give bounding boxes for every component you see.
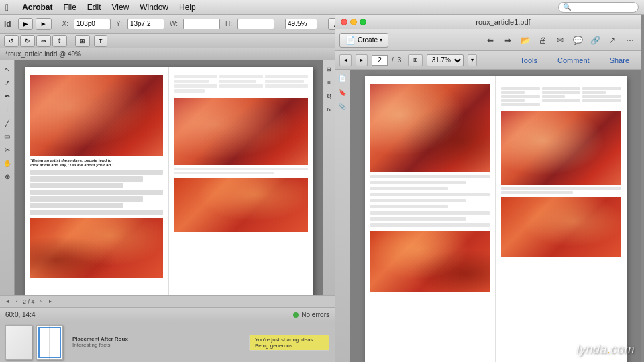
tab-tools[interactable]: Tools — [512, 53, 545, 68]
id-tool-select[interactable]: ▶ — [18, 18, 33, 30]
hand-tool[interactable]: ✋ — [1, 157, 13, 169]
create-button[interactable]: 📄 Create ▾ — [339, 33, 388, 48]
close-button[interactable] — [341, 19, 347, 25]
fit-width-btn[interactable]: ⊞ — [408, 54, 423, 66]
acrobat-window: roux_article1.pdf 📄 Create ▾ ⬅ ➡ 📂 🖨 ✉ 💬… — [335, 15, 641, 362]
minimize-button[interactable] — [350, 19, 357, 25]
back-btn[interactable]: ⬅ — [483, 33, 498, 48]
acrobat-canvas[interactable] — [350, 70, 641, 362]
rotate-cw-btn[interactable]: ↻ — [20, 35, 35, 47]
acrobat-spread — [365, 76, 627, 362]
next-spread-btn[interactable]: ▸ — [47, 298, 54, 305]
fwd-btn[interactable]: ➡ — [500, 33, 515, 48]
tab-comment[interactable]: Comment — [549, 53, 598, 68]
thumbnail-page-1[interactable] — [5, 325, 32, 360]
h-field[interactable] — [237, 19, 274, 29]
flip-h-btn[interactable]: ⇔ — [36, 35, 51, 47]
type-tool[interactable]: T — [1, 103, 13, 115]
more-btn[interactable]: ⋯ — [623, 33, 637, 48]
menu-file[interactable]: File — [63, 3, 76, 12]
links-icon[interactable]: ⛓ — [323, 90, 335, 102]
w-field[interactable] — [183, 19, 220, 29]
acrobat-left-panel: 📄 🔖 📎 — [335, 70, 350, 362]
apple-menu[interactable]:  — [5, 2, 9, 13]
atl4 — [370, 193, 490, 196]
spotlight-search[interactable]: 🔍 — [558, 2, 639, 13]
art2 — [501, 191, 573, 194]
page-number-input[interactable] — [372, 55, 388, 66]
y-label: Y: — [116, 20, 122, 27]
scissors-tool[interactable]: ✂ — [1, 143, 13, 156]
atl7 — [370, 211, 490, 215]
id-canvas[interactable]: "Being an artist these days, people tend… — [15, 60, 323, 295]
x-field[interactable] — [74, 19, 111, 29]
menu-help[interactable]: Help — [179, 3, 196, 12]
zoom-tool[interactable]: ⊕ — [1, 170, 13, 182]
position-display: 60:0, 14:4 — [5, 311, 35, 318]
acrobat-art-image-bottom — [370, 231, 490, 292]
text-line-6 — [30, 203, 123, 208]
prev-page-btn-acrobat[interactable]: ◂ — [339, 54, 352, 66]
total-pages: 3 — [398, 56, 402, 64]
col2-line3 — [219, 84, 262, 88]
text-line-1 — [30, 170, 163, 175]
acl4 — [501, 99, 525, 102]
link-btn[interactable]: 🔗 — [588, 33, 602, 48]
y-field[interactable] — [127, 19, 164, 29]
prev-page-btn[interactable]: ‹ — [13, 298, 20, 305]
layers-icon[interactable]: ≡ — [323, 76, 335, 88]
zoom-dropdown-btn[interactable]: ▾ — [468, 54, 477, 66]
text-line-2 — [30, 176, 143, 182]
rect-tool[interactable]: ▭ — [1, 130, 13, 142]
print-btn[interactable]: 🖨 — [535, 33, 550, 48]
acrobat-pages-icon[interactable]: 📄 — [337, 72, 349, 84]
id-tool-direct[interactable]: ► — [36, 18, 52, 30]
pages-panel-icon[interactable]: ⊞ — [323, 63, 335, 75]
text-frame-btn[interactable]: T — [94, 35, 107, 47]
id-document-tab[interactable]: *roux_article.indd @ 49% — [0, 48, 335, 60]
mac-menubar:  Acrobat File Edit View Window Help 🔍 — [0, 0, 644, 15]
atl9 — [370, 223, 490, 227]
acl5 — [501, 103, 540, 106]
col2-line1 — [219, 75, 262, 78]
more-text — [174, 168, 308, 174]
acl12 — [582, 95, 621, 98]
next-page-btn-acrobat[interactable]: ▸ — [356, 54, 368, 66]
email-btn[interactable]: ✉ — [553, 33, 568, 48]
menu-acrobat[interactable]: Acrobat — [22, 3, 52, 12]
flip-v-btn[interactable]: ⇕ — [52, 35, 67, 47]
acrobat-attach-icon[interactable]: 📎 — [337, 101, 349, 113]
atl6 — [370, 205, 448, 208]
menu-edit[interactable]: Edit — [87, 3, 101, 12]
id-toolbox: ↖ ↗ ✒ T ╱ ▭ ✂ ✋ ⊕ — [0, 60, 15, 295]
prev-spread-btn[interactable]: ◂ — [4, 298, 11, 305]
pen-tool[interactable]: ✒ — [1, 90, 13, 102]
effects-icon[interactable]: fx — [323, 103, 335, 115]
acrobat-bookmark-icon[interactable]: 🔖 — [337, 86, 349, 99]
line-tool[interactable]: ╱ — [1, 117, 13, 129]
thumbnail-page-2[interactable] — [36, 325, 63, 360]
align-left-btn[interactable]: ⊞ — [75, 35, 90, 47]
id-toolbar-row1: Id ▶ ► X: Y: W: H: Advanced ▾ — [0, 15, 335, 34]
zoom-select[interactable]: 31.7% 50% 75% 100% — [427, 54, 464, 66]
search-icon: 🔍 — [563, 3, 571, 11]
menu-view[interactable]: View — [112, 3, 129, 12]
share2-btn[interactable]: ↗ — [605, 33, 620, 48]
zoom-field[interactable] — [285, 19, 317, 29]
id-page-spread: "Being an artist these days, people tend… — [25, 67, 313, 295]
menu-window[interactable]: Window — [140, 3, 168, 12]
acrobat-pdf-page — [365, 76, 627, 362]
tooltip-box: You're just sharing ideas. Being generou… — [249, 335, 329, 351]
selection-tool[interactable]: ↖ — [1, 63, 13, 75]
image-overlay-bottom — [174, 178, 308, 232]
review-btn[interactable]: 💬 — [570, 33, 585, 48]
maximize-button[interactable] — [360, 19, 366, 25]
open-btn[interactable]: 📂 — [518, 33, 533, 48]
id-content-area: ↖ ↗ ✒ T ╱ ▭ ✂ ✋ ⊕ "Bei — [0, 60, 335, 295]
acrobat-right-overlay — [501, 111, 621, 185]
tab-share[interactable]: Share — [602, 53, 637, 68]
direct-selection-tool[interactable]: ↗ — [1, 76, 13, 88]
rotate-ccw-btn[interactable]: ↺ — [4, 35, 19, 47]
id-bottom-nav: ◂ ‹ 2 / 4 › ▸ — [0, 295, 335, 307]
next-page-btn[interactable]: › — [38, 298, 44, 305]
